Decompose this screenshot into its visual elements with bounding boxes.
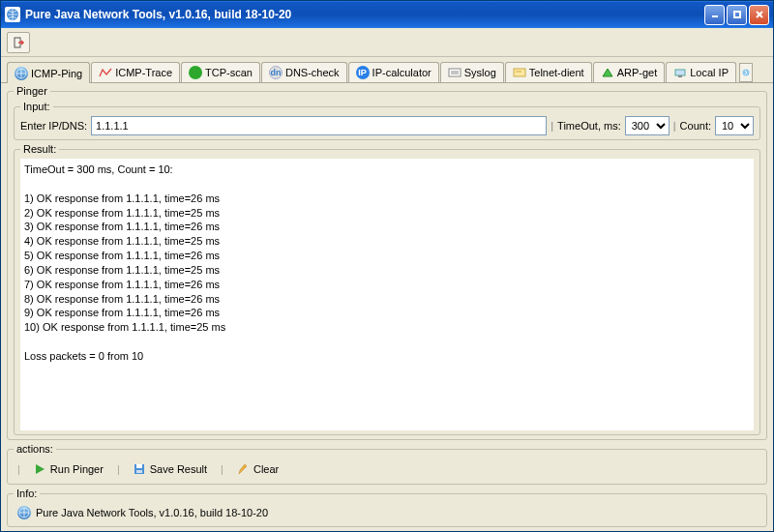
input-legend: Input: (20, 101, 53, 112)
globe-icon (17, 506, 31, 519)
broom-icon (237, 463, 249, 475)
pinger-panel: Pinger Input: Enter IP/DNS: | TimeOut, m… (1, 83, 773, 531)
tab-icmp-ping[interactable]: ICMP-Ping (7, 62, 90, 83)
ip-label: Enter IP/DNS: (20, 120, 87, 132)
toolbar (1, 28, 773, 57)
save-label: Save Result (150, 463, 207, 475)
actions-group: actions: | Run Pinger | Save Result | Cl… (7, 443, 767, 485)
tab-icmp-trace[interactable]: ICMP-Trace (91, 62, 180, 82)
tabs: ICMP-Ping ICMP-Trace TCP-scan dn DNS-che… (1, 57, 773, 83)
timeout-label: TimeOut, ms: (557, 120, 621, 132)
svg-rect-12 (675, 70, 685, 75)
result-legend: Result: (20, 143, 59, 155)
svg-rect-13 (678, 75, 682, 77)
result-group: Result: TimeOut = 300 ms, Count = 10: 1)… (14, 143, 760, 435)
pinger-legend: Pinger (14, 85, 50, 97)
tab-dns-check[interactable]: dn DNS-check (261, 62, 347, 82)
tab-telnet-client[interactable]: Telnet-dient (505, 62, 592, 82)
telnet-icon (513, 66, 526, 79)
arp-icon (601, 66, 614, 79)
play-icon (34, 463, 45, 475)
svg-rect-7 (449, 69, 461, 76)
trace-icon (99, 66, 112, 79)
svg-rect-16 (136, 464, 142, 468)
count-label: Count: (680, 120, 711, 132)
app-icon (5, 7, 20, 22)
svg-rect-2 (734, 12, 740, 17)
save-result-button[interactable]: Save Result (126, 460, 215, 478)
syslog-icon (448, 66, 461, 79)
minimize-button[interactable] (704, 5, 725, 25)
globe-icon (15, 67, 28, 80)
clear-button[interactable]: Clear (229, 460, 286, 478)
timeout-select[interactable]: 300 (625, 116, 670, 135)
pinger-group: Pinger Input: Enter IP/DNS: | TimeOut, m… (7, 85, 767, 440)
tabs-scroll-right[interactable] (739, 63, 753, 82)
count-select[interactable]: 10 (715, 116, 754, 135)
tab-label: ICMP-Trace (115, 67, 172, 78)
svg-point-14 (742, 70, 749, 76)
app-window: Pure Java Network Tools, v1.0.16, build … (0, 0, 774, 532)
window-buttons (704, 5, 769, 25)
run-pinger-button[interactable]: Run Pinger (26, 460, 111, 478)
green-dot-icon (189, 66, 202, 79)
tab-tcp-scan[interactable]: TCP-scan (181, 62, 260, 82)
localip-icon (673, 66, 687, 79)
tab-ip-calculator[interactable]: IP IP-calculator (348, 62, 439, 82)
svg-rect-17 (136, 470, 142, 473)
tab-label: Syslog (464, 67, 496, 78)
ip-input[interactable] (91, 116, 547, 135)
exit-button[interactable] (7, 32, 30, 53)
chevron-right-icon (742, 69, 750, 76)
titlebar: Pure Java Network Tools, v1.0.16, build … (1, 1, 773, 28)
run-label: Run Pinger (50, 463, 104, 475)
tab-label: Local IP (690, 67, 729, 78)
info-legend: Info: (14, 488, 40, 499)
tab-label: TCP-scan (205, 67, 253, 78)
dns-icon: dn (269, 66, 283, 79)
clear-label: Clear (253, 463, 279, 475)
tab-label: IP-calculator (372, 67, 432, 78)
close-button[interactable] (749, 5, 769, 25)
svg-rect-10 (514, 69, 525, 76)
tab-label: DNS-check (285, 67, 340, 78)
tab-label: Telnet-dient (529, 67, 584, 78)
save-icon (134, 463, 145, 475)
tab-label: ICMP-Ping (31, 68, 82, 79)
input-group: Input: Enter IP/DNS: | TimeOut, ms: 300 … (14, 101, 760, 140)
tab-arp-get[interactable]: ARP-get (593, 62, 666, 82)
info-group: Info: Pure Java Network Tools, v1.0.16, … (7, 488, 767, 527)
ip-icon: IP (356, 66, 370, 79)
tab-syslog[interactable]: Syslog (440, 62, 504, 82)
tab-label: ARP-get (617, 67, 658, 78)
exit-icon (12, 36, 25, 49)
tab-local-ip[interactable]: Local IP (666, 62, 736, 82)
actions-legend: actions: (14, 443, 56, 455)
window-title: Pure Java Network Tools, v1.0.16, build … (25, 8, 704, 21)
maximize-button[interactable] (727, 5, 747, 25)
result-text[interactable]: TimeOut = 300 ms, Count = 10: 1) OK resp… (20, 159, 754, 430)
info-text: Pure Java Network Tools, v1.0.16, build … (36, 507, 268, 518)
